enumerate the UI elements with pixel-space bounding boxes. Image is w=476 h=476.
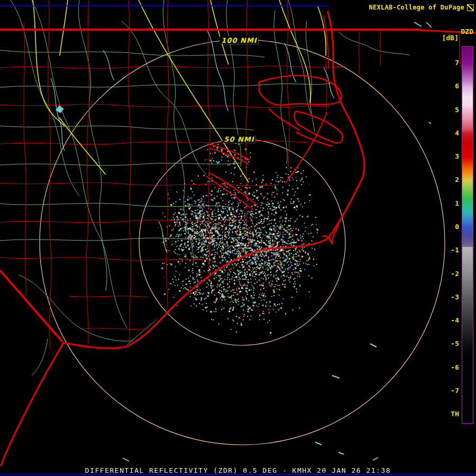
range-ring-label-100nmi: 100 NMI [219,36,258,44]
brand: NEXLAB-College of DuPage [369,4,474,11]
clutter-dashes [123,22,432,461]
range-ring-50nmi [139,139,345,345]
colorbar-tick-label: 3 [455,153,459,160]
colorbar-tick-label: -6 [451,364,459,371]
colorbar-title: DZD [461,28,473,35]
state-borders [0,30,476,342]
colorbar-tick-label: 4 [455,130,459,136]
secondary-roads [0,0,465,376]
map-layer [0,0,476,476]
colorbar-tick-label: -7 [451,387,459,394]
colorbar-tick-label: -2 [451,270,459,277]
colorbar-threshold-label: TH [451,410,459,417]
colorbar-tick-label: -3 [451,294,459,300]
colorbar-tick-label: 0 [455,223,459,230]
colorbar-gradient [462,47,473,423]
colorbar-tick-label: 6 [455,83,459,89]
top-frame-rule [0,5,329,6]
colorbar [462,46,473,424]
colorbar-tick-label: -4 [451,317,459,324]
product-caption: DIFFERENTIAL REFLECTIVITY (ZDR) 0.5 DEG … [0,466,476,474]
colorbar-tick-label: 1 [455,200,459,207]
colorbar-tick-label: -1 [451,246,459,253]
brand-text: NEXLAB-College of DuPage [369,4,464,11]
range-rings [40,40,445,445]
brand-logo-icon [467,4,474,11]
county-borders [0,0,381,352]
colorbar-tick-label: 5 [455,106,459,113]
colorbar-tick-label: 7 [455,59,459,66]
radar-display: NEXLAB-College of DuPage DZD [dB] 765432… [0,0,476,476]
range-ring-100nmi [40,40,445,445]
colorbar-tick-label: -5 [451,340,459,347]
colorbar-units: [dB] [442,34,459,42]
range-ring-label-50nmi: 50 NMI [222,135,255,143]
colorbar-tick-label: 2 [455,176,459,183]
